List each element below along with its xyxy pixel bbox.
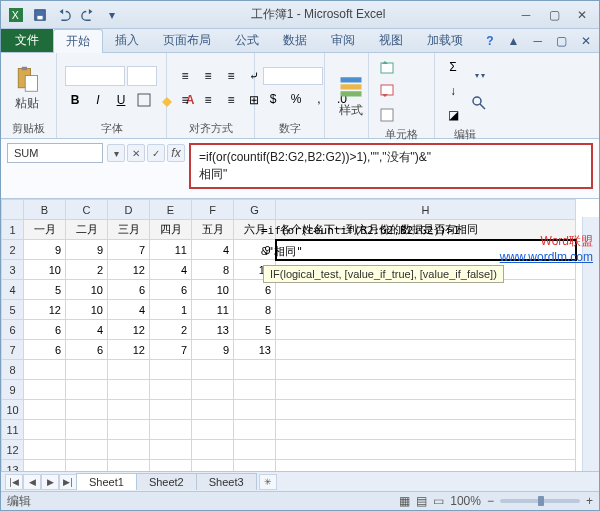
vertical-scrollbar[interactable] [582, 217, 599, 471]
cell[interactable]: 9 [192, 340, 234, 360]
cell[interactable] [108, 400, 150, 420]
col-header[interactable]: C [66, 200, 108, 220]
doc-minimize-icon[interactable]: ─ [533, 34, 542, 48]
cell[interactable] [276, 360, 576, 380]
tab-review[interactable]: 审阅 [319, 29, 367, 52]
zoom-slider[interactable] [500, 499, 580, 503]
cell[interactable] [108, 440, 150, 460]
accept-formula-icon[interactable]: ✓ [147, 144, 165, 162]
view-layout-icon[interactable]: ▤ [416, 494, 427, 508]
cell[interactable] [192, 420, 234, 440]
excel-icon[interactable]: X [5, 4, 27, 26]
tab-formulas[interactable]: 公式 [223, 29, 271, 52]
minimize-button[interactable]: ─ [513, 6, 539, 24]
namebox-dropdown-icon[interactable]: ▾ [107, 144, 125, 162]
cell[interactable]: 三月 [108, 220, 150, 240]
cell[interactable]: 10 [66, 300, 108, 320]
font-select[interactable] [65, 66, 125, 86]
cell[interactable] [150, 380, 192, 400]
cell[interactable] [150, 360, 192, 380]
file-tab[interactable]: 文件 [1, 29, 53, 52]
cell[interactable] [24, 400, 66, 420]
undo-icon[interactable] [53, 4, 75, 26]
autosum-icon[interactable]: Σ [443, 57, 463, 77]
cell[interactable]: 12 [108, 340, 150, 360]
cell[interactable]: 一月 [24, 220, 66, 240]
sheet-tab[interactable]: Sheet2 [136, 473, 197, 490]
zoom-in-button[interactable]: + [586, 494, 593, 508]
row-header[interactable]: 12 [2, 440, 24, 460]
cell[interactable]: 4 [108, 300, 150, 320]
row-header[interactable]: 2 [2, 240, 24, 260]
cell[interactable]: 6 [108, 280, 150, 300]
sheet-nav-first[interactable]: |◀ [5, 474, 23, 490]
formula-input[interactable]: =if(or(countif(B2:G2,B2:G2))>1),"","没有")… [189, 143, 593, 189]
zoom-level[interactable]: 100% [450, 494, 481, 508]
align-left-icon[interactable]: ≡ [175, 90, 195, 110]
cell[interactable]: 9 [66, 240, 108, 260]
align-bottom-icon[interactable]: ≡ [221, 66, 241, 86]
cell[interactable]: 5 [234, 320, 276, 340]
row-header[interactable]: 8 [2, 360, 24, 380]
cell[interactable]: 6 [24, 320, 66, 340]
cell[interactable] [66, 440, 108, 460]
cell[interactable]: 10 [66, 280, 108, 300]
cell[interactable] [108, 380, 150, 400]
select-all-corner[interactable] [2, 200, 24, 220]
cell[interactable]: 6 [24, 340, 66, 360]
help-icon[interactable]: ? [486, 34, 493, 48]
cell[interactable]: 10 [24, 260, 66, 280]
tab-addins[interactable]: 加载项 [415, 29, 475, 52]
cell[interactable]: 1 [150, 300, 192, 320]
new-sheet-button[interactable]: ✳ [259, 474, 277, 490]
ribbon-minimize-icon[interactable]: ▲ [508, 34, 520, 48]
cell[interactable]: 12 [24, 300, 66, 320]
cell[interactable]: 7 [150, 340, 192, 360]
italic-icon[interactable]: I [88, 90, 108, 110]
clear-icon[interactable]: ◪ [443, 105, 463, 125]
cell[interactable]: 四月 [150, 220, 192, 240]
col-header[interactable]: E [150, 200, 192, 220]
cell[interactable]: 9 [24, 240, 66, 260]
sheet-nav-prev[interactable]: ◀ [23, 474, 41, 490]
cell[interactable] [276, 400, 576, 420]
row-header[interactable]: 7 [2, 340, 24, 360]
col-header[interactable]: F [192, 200, 234, 220]
tab-page-layout[interactable]: 页面布局 [151, 29, 223, 52]
doc-close-icon[interactable]: ✕ [581, 34, 591, 48]
cell[interactable]: 4 [150, 260, 192, 280]
underline-icon[interactable]: U [111, 90, 131, 110]
cell[interactable] [150, 420, 192, 440]
cell[interactable] [66, 380, 108, 400]
cell[interactable]: 二月 [66, 220, 108, 240]
tab-view[interactable]: 视图 [367, 29, 415, 52]
sheet-tab[interactable]: Sheet3 [196, 473, 257, 490]
cell[interactable]: 12 [108, 320, 150, 340]
sort-filter-icon[interactable] [469, 69, 489, 89]
col-header[interactable]: D [108, 200, 150, 220]
cell[interactable] [24, 420, 66, 440]
styles-button[interactable]: 样式 [333, 70, 369, 121]
cell[interactable] [276, 380, 576, 400]
row-header[interactable]: 11 [2, 420, 24, 440]
cell[interactable]: 五月 [192, 220, 234, 240]
cell[interactable] [108, 420, 150, 440]
cell[interactable] [276, 320, 576, 340]
fill-icon[interactable]: ↓ [443, 81, 463, 101]
cell[interactable] [234, 420, 276, 440]
cell[interactable] [276, 420, 576, 440]
cancel-formula-icon[interactable]: ✕ [127, 144, 145, 162]
cell[interactable]: 6 [150, 280, 192, 300]
cell[interactable] [234, 380, 276, 400]
cell[interactable]: 7 [108, 240, 150, 260]
cell[interactable] [192, 440, 234, 460]
tab-data[interactable]: 数据 [271, 29, 319, 52]
maximize-button[interactable]: ▢ [541, 6, 567, 24]
cell[interactable] [234, 440, 276, 460]
insert-cells-icon[interactable] [377, 57, 397, 77]
cell[interactable]: 4 [192, 240, 234, 260]
align-right-icon[interactable]: ≡ [221, 90, 241, 110]
cell[interactable]: 13 [192, 320, 234, 340]
col-header[interactable]: G [234, 200, 276, 220]
name-box[interactable]: SUM [7, 143, 103, 163]
